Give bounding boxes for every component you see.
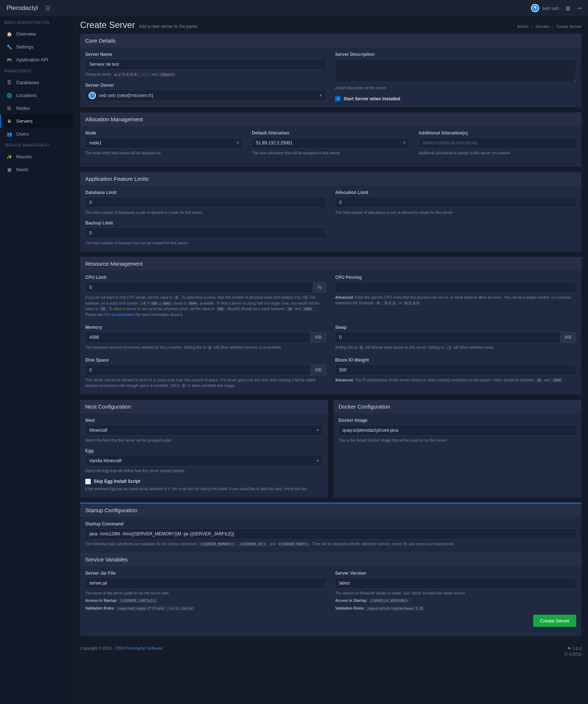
default-alloc-help: The main allocation that will be assigne… — [252, 150, 409, 156]
panel-nest: Nest Configuration Nest Minecraft▼ Selec… — [80, 400, 328, 498]
label-db-limit: Database Limit — [85, 190, 326, 195]
label-memory: Memory — [85, 325, 326, 330]
label-alloc-limit: Allocation Limit — [335, 190, 576, 195]
swap-help: Setting this to 0 will disable swap spac… — [335, 345, 576, 351]
skip-egg-checkbox[interactable] — [85, 479, 91, 484]
sidebar-item-nests[interactable]: ▦Nests — [0, 163, 74, 176]
sidebar-item-users[interactable]: 👥Users — [0, 127, 74, 140]
panel-startup: Startup Configuration Startup Command Th… — [80, 503, 581, 637]
label-nest: Nest — [85, 418, 323, 423]
label-addl-alloc: Additional Allocation(s) — [419, 130, 576, 136]
egg-select[interactable]: Vanilla Minecraft▼ — [85, 455, 323, 466]
server-name-help: Character limits: a-z A-Z 0-9 _ - . and … — [85, 72, 326, 78]
label-cpu-pinning: CPU Pinning — [335, 275, 576, 280]
sidebar-item-databases[interactable]: 🗄Databases — [0, 76, 74, 89]
breadcrumb-admin[interactable]: Admin — [517, 24, 528, 29]
label-docker-image: Docker Image — [338, 418, 576, 423]
cpu-help: If you do not want to limit CPU usage, s… — [85, 295, 326, 317]
node-help: The node which this server will be deplo… — [85, 150, 243, 156]
db-limit-input[interactable] — [85, 197, 326, 208]
grid-icon[interactable]: ▦ — [566, 5, 570, 11]
startup-cmd-input[interactable] — [85, 528, 576, 539]
sidebar-header-mgmt: MANAGEMENT — [0, 66, 74, 76]
user-badge[interactable]: seb seb — [531, 4, 559, 12]
page-subtitle: Add a new server to the panel. — [139, 24, 198, 29]
nest-help: Select the Nest that this server will be… — [85, 438, 323, 443]
chevron-down-icon: ▼ — [316, 459, 319, 463]
panel-header-allocation: Allocation Management — [80, 112, 581, 126]
label-io: Block IO Weight — [335, 358, 576, 363]
chevron-down-icon: ▼ — [403, 141, 406, 145]
sidebar-item-api[interactable]: 🎮Application API — [0, 53, 74, 66]
memory-input[interactable] — [85, 332, 310, 343]
disk-input[interactable] — [85, 364, 310, 376]
logout-icon[interactable]: ⇥ — [577, 5, 581, 11]
user-name: seb seb — [542, 6, 559, 11]
cpu-pinning-input[interactable] — [335, 282, 576, 293]
sidebar-header-basic: BASIC ADMINISTRATION — [0, 18, 74, 28]
jar-file-input[interactable] — [85, 578, 326, 589]
server-version-help: The version of Minecraft Vanilla to inst… — [335, 590, 576, 596]
default-alloc-select[interactable]: 51.89.132.2:25001▼ — [252, 137, 409, 148]
chevron-down-icon: ▼ — [316, 428, 319, 432]
sidebar-item-nodes[interactable]: ⛓Nodes — [0, 102, 74, 115]
sidebar-item-locations[interactable]: 🌐Locations — [0, 89, 74, 102]
label-node: Node — [85, 130, 243, 136]
memory-unit: MB — [310, 332, 326, 343]
label-cpu-limit: CPU Limit — [85, 275, 326, 280]
brand[interactable]: Pterodactyl — [7, 4, 38, 12]
alloc-limit-input[interactable] — [335, 197, 576, 208]
server-version-input[interactable] — [335, 578, 576, 589]
sidebar-item-overview[interactable]: 🏠Overview — [0, 28, 74, 40]
globe-icon: 🌐 — [7, 93, 12, 98]
panel-header-docker: Docker Configuration — [333, 400, 581, 413]
alloc-limit-help: The total number of allocations a user i… — [335, 210, 576, 215]
sidebar: BASIC ADMINISTRATION 🏠Overview 🔧Settings… — [0, 16, 74, 704]
panel-resource: Resource Management CPU Limit % If you d… — [80, 257, 581, 395]
cpu-limit-input[interactable] — [85, 282, 313, 293]
label-startup-cmd: Startup Command — [85, 521, 576, 527]
footer: Copyright © 2015 - 2020 Pterodactyl Soft… — [80, 642, 581, 662]
nest-select[interactable]: Minecraft▼ — [85, 425, 323, 436]
panel-allocation: Allocation Management Node node1▼ The no… — [80, 112, 581, 167]
panel-core: Core Details Server Name Character limit… — [80, 34, 581, 107]
memory-help: The maximum amount of memory allowed for… — [85, 345, 326, 351]
node-select[interactable]: node1▼ — [85, 137, 243, 148]
sidebar-item-mounts[interactable]: ✨Mounts — [0, 150, 74, 163]
panel-header-core: Core Details — [80, 34, 581, 47]
skip-egg-label: Skip Egg Install Script — [94, 479, 140, 484]
topbar: Pterodactyl ☰ seb seb ▦ ⇥ — [0, 0, 588, 16]
label-server-desc: Server Description — [335, 52, 576, 57]
panel-header-limits: Application Feature Limits — [80, 172, 581, 186]
start-on-install-label: Start Server when Installed — [344, 96, 400, 101]
create-server-button[interactable]: Create Server — [533, 615, 576, 627]
wrench-icon: 🔧 — [7, 44, 12, 50]
sidebar-item-settings[interactable]: 🔧Settings — [0, 40, 74, 53]
swap-input[interactable] — [335, 332, 560, 343]
label-server-version: Server Version — [335, 571, 576, 576]
cpu-pinning-help: Advanced: Enter the specific CPU cores t… — [335, 295, 576, 306]
sidebar-item-servers[interactable]: 🖥Servers — [0, 115, 74, 127]
start-on-install-checkbox[interactable]: ✓ — [335, 96, 341, 101]
footer-time: ⏱ 0.071s — [564, 651, 581, 657]
breadcrumb-servers[interactable]: Servers — [535, 24, 549, 29]
footer-link[interactable]: Pterodactyl Software — [125, 646, 163, 650]
panel-header-nest: Nest Configuration — [80, 400, 328, 413]
addl-alloc-help: Additional allocations to assign to this… — [419, 150, 576, 156]
chevron-down-icon: ▼ — [236, 141, 239, 145]
startup-cmd-help: The following data substitutes are avail… — [85, 541, 576, 547]
server-desc-input[interactable] — [335, 59, 576, 82]
panel-header-resource: Resource Management — [80, 257, 581, 270]
addl-alloc-input[interactable] — [419, 137, 576, 148]
docker-image-input[interactable] — [338, 425, 576, 436]
server-owner-select[interactable]: seb seb (seb@mtxserv.fr) ▼ — [85, 90, 326, 101]
server-name-input[interactable] — [85, 59, 326, 70]
cpu-doc-link[interactable]: this documentation — [104, 313, 135, 317]
panel-header-svcvars: Service Variables — [80, 553, 581, 566]
io-input[interactable] — [335, 364, 576, 376]
breadcrumb: Admin› Servers› Create Server — [517, 24, 581, 29]
hamburger-icon[interactable]: ☰ — [45, 5, 50, 12]
page-title: Create Server — [80, 20, 135, 30]
egg-help: Select the Egg that will define how this… — [85, 468, 323, 474]
backup-limit-input[interactable] — [85, 227, 326, 238]
